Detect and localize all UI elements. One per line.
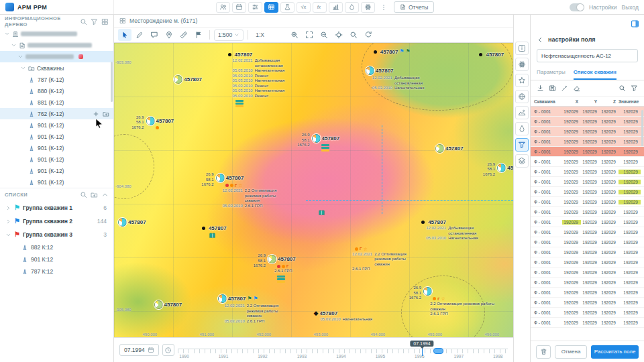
cancel-button[interactable]: Отмена	[555, 345, 587, 359]
well-group-item[interactable]: ⚑Группа скважин 33	[0, 228, 113, 241]
table-row[interactable]: Ф - 0001192029192029192029192029	[531, 278, 644, 288]
well-marker[interactable]: 26.958.11676.2457807Г2.6.1 ГРП	[268, 255, 296, 283]
well-group-item[interactable]: ⚑Группа скважин 16	[0, 201, 113, 215]
well-marker[interactable]: 457807⚑⚑12.02.20212.2 Оптимизация режимо…	[218, 294, 289, 324]
info-icon-button[interactable]	[515, 42, 529, 55]
magic-wand-icon[interactable]	[561, 84, 568, 92]
well-marker[interactable]: 457807⚑⚑	[372, 49, 411, 55]
sidebar-scrollbar[interactable]	[111, 62, 113, 102]
terrain-icon-button[interactable]	[515, 106, 529, 119]
timeline-handle[interactable]	[433, 348, 443, 354]
filter-icon-button[interactable]	[515, 138, 529, 152]
droplet-icon-button[interactable]	[515, 122, 529, 135]
tree-node-layer-selected[interactable]	[0, 51, 113, 62]
table-row[interactable]: Ф - 0001192029192029192029192029	[531, 137, 644, 147]
comment-tool[interactable]	[148, 29, 161, 41]
tree-node-field[interactable]	[0, 40, 113, 51]
droplet-icon-button[interactable]	[345, 2, 359, 13]
well-marker[interactable]: 457807	[174, 75, 202, 84]
timeline-ruler[interactable]: 199019911992199319941995199619971998 07.…	[178, 340, 508, 360]
timeline-clock-button[interactable]	[162, 344, 174, 356]
well-marker[interactable]: 45780712.02.2021Добывающая остановленная…	[226, 52, 297, 107]
well-marker[interactable]: 457807	[154, 300, 182, 309]
globe-icon-button[interactable]	[515, 90, 529, 103]
tree-node-project[interactable]	[0, 28, 113, 40]
table-row[interactable]: Ф - 0001192029192029192029192029	[531, 167, 644, 177]
table-row[interactable]: Ф - 0001192029192029192029192029	[531, 288, 644, 298]
well-marker[interactable]: Г☆12.02.20212.2 Оптимизация режимов рабо…	[345, 246, 417, 272]
cursor-tool[interactable]	[118, 29, 131, 41]
filter-icon[interactable]	[631, 84, 638, 92]
eraser-icon[interactable]	[573, 84, 580, 92]
exit-link[interactable]: Выход	[622, 4, 639, 11]
filter-icon[interactable]	[91, 18, 98, 25]
table-icon-button[interactable]	[264, 2, 278, 13]
table-row[interactable]: Ф - 0001192029192029192029192029	[531, 267, 644, 278]
chevron-down-icon[interactable]	[11, 42, 17, 48]
back-icon[interactable]	[537, 36, 544, 44]
delete-button[interactable]	[536, 345, 551, 359]
column-header[interactable]: Скважина	[534, 99, 562, 104]
sidebar-well-item[interactable]: 787 (К-12)	[0, 74, 113, 85]
refresh-tool[interactable]	[362, 29, 375, 41]
sidebar-well-item[interactable]: 762 (К-12)	[0, 108, 113, 119]
sidebar-well-item[interactable]: 901 (К-12)	[0, 165, 113, 176]
well-marker[interactable]: 26.958.11676.2457807	[312, 134, 340, 152]
sliders-icon-button[interactable]	[248, 2, 262, 13]
layers-icon-button[interactable]	[515, 154, 529, 168]
table-row[interactable]: Ф - 0001192029192029192029192029	[531, 207, 644, 217]
sidebar-well-item[interactable]: 901 (К-12)	[0, 142, 113, 154]
table-row[interactable]: Ф - 0001192029192029192029192029	[531, 197, 644, 207]
well-marker[interactable]: 26.958.11676.2457807	[146, 117, 174, 129]
chevron-right-icon[interactable]	[5, 205, 11, 211]
well-marker[interactable]: 45780712.02.2021Добывающая остановленная…	[419, 219, 490, 241]
chevron-down-icon[interactable]	[4, 31, 10, 37]
column-header[interactable]: X	[562, 99, 581, 104]
users-icon-button[interactable]	[216, 2, 230, 13]
move-to-group-icon[interactable]	[103, 111, 109, 117]
table-row[interactable]: Ф - 0001192029192029192029192029	[531, 227, 644, 237]
add-to-group-icon[interactable]	[93, 111, 99, 117]
tab-parameters[interactable]: Параметры	[537, 66, 566, 80]
atom-icon-button[interactable]	[361, 2, 375, 13]
table-row[interactable]: Ф - 0001192029192029192029192029	[531, 308, 644, 318]
ratio-button[interactable]: 1:X	[252, 32, 268, 38]
atom-icon-button[interactable]	[515, 58, 529, 71]
collapse-panel-icon[interactable]	[631, 19, 639, 28]
sidebar-well-item[interactable]: 880 (К-12)	[0, 85, 113, 97]
column-header[interactable]: Y	[581, 99, 600, 104]
sidebar-well-item[interactable]: 901 (К-12)	[0, 176, 113, 188]
field-name-input[interactable]	[537, 49, 638, 62]
table-scrollbar[interactable]	[641, 110, 643, 146]
table-row[interactable]: Ф - 0001192029192029192029192029	[531, 127, 644, 137]
table-row[interactable]: Ф - 0001192029192029192029192029	[531, 177, 644, 187]
ruler-tool[interactable]	[177, 29, 191, 41]
table-row[interactable]: Ф - 0001192029192029192029192029	[531, 157, 644, 167]
download-icon[interactable]	[537, 84, 544, 92]
grid-icon[interactable]	[101, 18, 109, 25]
sidebar-well-item[interactable]: 881 (К-12)	[0, 97, 113, 108]
theme-toggle[interactable]	[570, 3, 584, 11]
well-marker[interactable]: 457807	[435, 144, 464, 153]
tab-well-list[interactable]: Список скважин	[574, 66, 616, 80]
tree-node-wells[interactable]: Скважины	[0, 62, 113, 74]
zoom-out-tool[interactable]	[317, 29, 331, 41]
function-icon-button[interactable]: fx	[313, 2, 327, 13]
well-marker[interactable]	[317, 209, 326, 217]
chevron-up-icon[interactable]	[101, 191, 109, 198]
fit-screen-tool[interactable]	[303, 29, 316, 41]
chevron-down-icon[interactable]	[20, 65, 26, 71]
column-header[interactable]: Z	[600, 99, 619, 104]
well-marker[interactable]: 457807	[200, 225, 227, 239]
table-row[interactable]: Ф - 0001192029192029192029192029	[531, 147, 644, 157]
flag-tool[interactable]	[192, 29, 205, 41]
flask-icon-button[interactable]	[280, 2, 294, 13]
reports-button[interactable]: Отчеты	[394, 1, 434, 13]
chart-bar-icon-button[interactable]	[329, 2, 343, 13]
table-row[interactable]: Ф - 0001192029192029192029192029	[531, 257, 644, 267]
map-canvas[interactable]: -903.080-904.080-905.080 490.000491.0004…	[114, 43, 513, 338]
table-row[interactable]: Ф - 0001192029192029192029192029	[531, 247, 644, 257]
search-icon[interactable]	[80, 18, 87, 25]
zoom-in-tool[interactable]	[288, 29, 301, 41]
pen-tool[interactable]	[133, 29, 146, 41]
